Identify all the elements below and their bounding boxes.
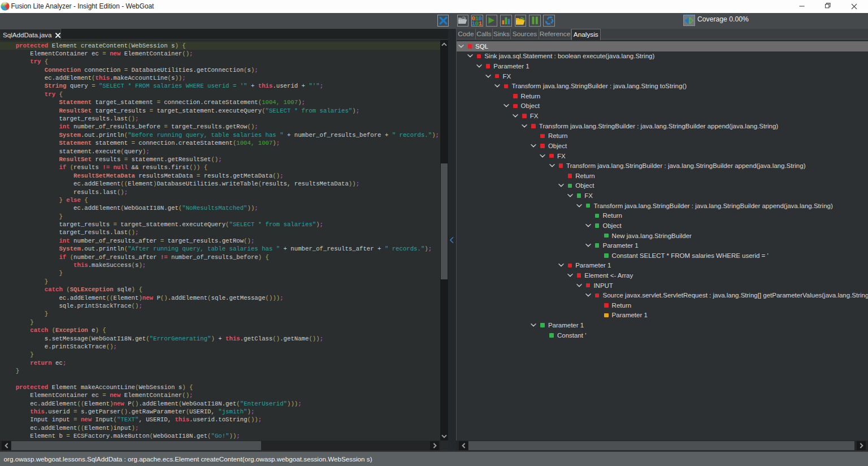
svg-text:1: 1 [479, 20, 483, 26]
